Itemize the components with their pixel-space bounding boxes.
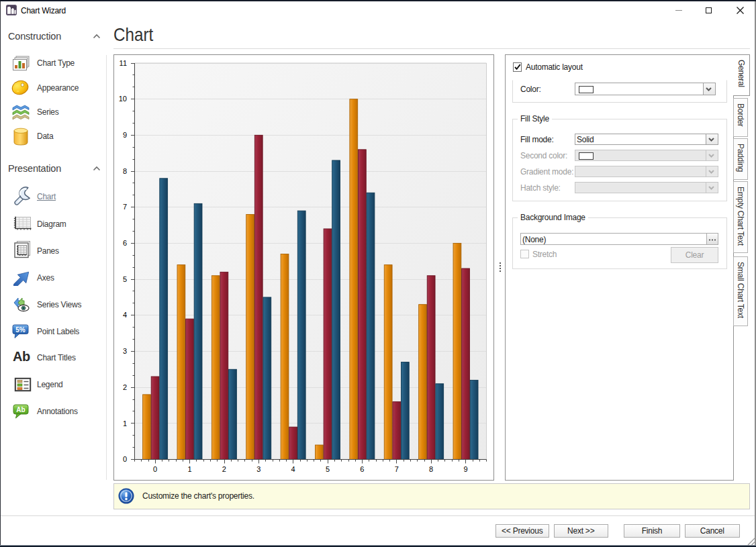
svg-text:7: 7 <box>123 203 127 211</box>
svg-text:3: 3 <box>123 347 127 355</box>
svg-text:9: 9 <box>123 131 127 139</box>
svg-text:0: 0 <box>153 465 157 473</box>
svg-text:6: 6 <box>123 239 127 247</box>
svg-text:7: 7 <box>395 465 399 473</box>
svg-text:0: 0 <box>123 455 127 463</box>
svg-text:2: 2 <box>123 383 127 391</box>
svg-text:11: 11 <box>120 59 127 67</box>
svg-text:8: 8 <box>123 167 127 175</box>
svg-text:4: 4 <box>123 311 127 319</box>
svg-text:2: 2 <box>222 465 226 473</box>
svg-text:5: 5 <box>123 275 127 283</box>
svg-text:10: 10 <box>119 95 127 103</box>
svg-text:Ab: Ab <box>16 406 25 413</box>
svg-text:8: 8 <box>429 465 433 473</box>
svg-text:9: 9 <box>463 465 467 473</box>
svg-text:5%: 5% <box>15 326 26 334</box>
svg-text:4: 4 <box>291 465 295 473</box>
svg-text:1: 1 <box>187 465 191 473</box>
svg-text:1: 1 <box>123 419 127 428</box>
svg-text:5: 5 <box>326 465 330 473</box>
svg-text:3: 3 <box>256 465 261 473</box>
svg-text:6: 6 <box>360 465 364 473</box>
